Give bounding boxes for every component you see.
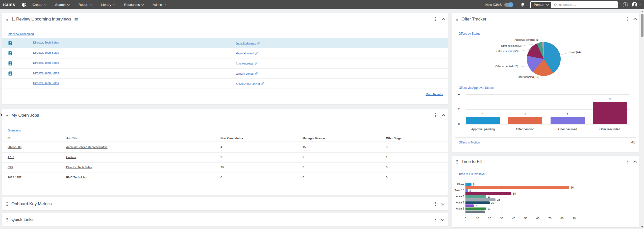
widget-menu-icon[interactable] <box>435 218 436 222</box>
table-row[interactable]: Director, Tech SalesjO8XkU eGHJhN6r <box>2 78 448 89</box>
table-row[interactable]: Director, Tech SalesWilliam Jones <box>2 68 448 79</box>
divider <box>2 141 448 141</box>
interview-job-link[interactable]: Director, Tech Sales <box>33 61 59 64</box>
more-results-link[interactable]: More Results <box>426 93 443 96</box>
job-title-link[interactable]: Director, Tech Sales <box>66 166 92 169</box>
widget-menu-icon[interactable] <box>627 17 628 21</box>
help-icon[interactable]: ? <box>623 2 628 7</box>
widget-review-upcoming-interviews: 1. Review Upcoming Interviews Interview … <box>2 13 448 104</box>
x-axis-tick: 0 <box>462 217 469 220</box>
user-menu-chevron-icon[interactable] <box>639 3 641 6</box>
column-header: Offer Stage <box>386 137 402 140</box>
user-avatar-icon[interactable] <box>632 2 637 7</box>
job-cell-value: 0 <box>303 176 304 179</box>
interview-scheduled-link[interactable]: Interview Scheduled <box>8 32 34 35</box>
job-id-link[interactable]: 2020-1000 <box>8 145 21 149</box>
widget-menu-icon[interactable] <box>435 202 436 206</box>
x-axis-category-label: Offer declined <box>547 128 588 131</box>
search-scope-label: Person <box>534 3 544 7</box>
collapse-chevron-icon[interactable] <box>442 18 445 22</box>
quick-search-input[interactable] <box>551 2 617 8</box>
job-id-link[interactable]: C75 <box>8 166 13 169</box>
new-icims-toggle[interactable] <box>504 3 513 7</box>
bar <box>593 102 627 124</box>
notifications-bell-icon[interactable] <box>521 3 525 7</box>
scrollbar-up-arrow-icon[interactable] <box>641 11 643 12</box>
bar-value-label: 1 <box>508 113 542 116</box>
interview-person-link[interactable]: jO8XkU eGHJhN6r <box>236 81 264 85</box>
interview-job-link[interactable]: Director, Tech Sales <box>33 71 59 74</box>
y-axis-category-label: Area 10 <box>452 189 464 192</box>
table-row[interactable]: C75Director, Tech Sales2980 <box>2 162 448 173</box>
time-to-fill-by-days-link[interactable]: Time to Fill (by days) <box>459 172 485 175</box>
menu-label: Report <box>79 3 88 7</box>
scrollbar-down-arrow-icon[interactable] <box>641 226 643 228</box>
gridline <box>574 181 574 216</box>
interview-person-link[interactable]: Judy Rodriguez <box>236 41 260 45</box>
icims-logo[interactable]: icims <box>3 2 15 7</box>
widget-menu-icon[interactable] <box>435 17 436 21</box>
job-id-link[interactable]: 1757 <box>8 156 14 159</box>
bar-value-label: 20 <box>491 201 494 204</box>
menu-label: Resources <box>124 3 140 7</box>
table-row[interactable]: 1757Cashier921 <box>2 152 448 163</box>
menu-resources[interactable]: Resources <box>124 3 143 7</box>
bar <box>465 204 474 207</box>
scrollbar-thumb[interactable] <box>641 14 643 37</box>
job-cell-value: 4 <box>220 145 222 149</box>
menu-create[interactable]: Create <box>33 3 46 7</box>
job-title-link[interactable]: Account Service Representative <box>66 145 108 149</box>
collapse-chevron-icon[interactable] <box>633 18 637 22</box>
interview-job-link[interactable]: Director, Tech Sales <box>33 41 59 44</box>
job-cell-value: 2 <box>303 156 304 159</box>
job-cell-value: 9 <box>220 156 222 159</box>
interview-job-link[interactable]: Director, Tech Sales <box>33 81 59 85</box>
chevron-down-icon <box>546 3 549 6</box>
table-row[interactable]: Director, Tech SalesHarry Howard <box>2 48 448 58</box>
job-title-link[interactable]: Cashier <box>66 156 76 159</box>
column-header: New Candidates <box>220 137 243 140</box>
search-scope-dropdown[interactable]: Person <box>531 2 551 8</box>
collapse-chevron-icon[interactable] <box>633 160 637 164</box>
table-row[interactable]: 2023-1757EMC Technician000 <box>2 173 448 183</box>
toggle-knob[interactable] <box>508 2 513 7</box>
menu-library[interactable]: Library <box>101 3 115 7</box>
widget-title: Quick Links <box>11 217 34 222</box>
offers-via-approval-status-link[interactable]: Offers via Approval Status <box>459 86 494 90</box>
widget-menu-icon[interactable] <box>627 160 628 164</box>
interview-job-link[interactable]: Director, Tech Sales <box>33 51 59 54</box>
job-title-link[interactable]: EMC Technician <box>66 176 87 179</box>
drag-handle-icon[interactable] <box>456 17 458 21</box>
drag-handle-icon[interactable] <box>6 202 8 206</box>
table-row[interactable]: Director, Tech SalesAmy Andrews <box>2 58 448 69</box>
widget-title: Time to Fill <box>461 159 482 164</box>
table-row[interactable]: 2020-1000Account Service Representative4… <box>2 142 448 153</box>
person-document-icon[interactable] <box>8 41 12 46</box>
vertical-scrollbar[interactable] <box>640 9 644 229</box>
divider <box>455 137 636 138</box>
job-id-link[interactable]: 2023-1757 <box>8 176 21 179</box>
person-document-icon[interactable] <box>8 51 12 56</box>
job-cell-value: 0 <box>220 176 222 179</box>
drag-handle-icon[interactable] <box>6 218 8 222</box>
widget-title: Onboard Key Metrics <box>11 201 52 206</box>
table-row[interactable]: Director, Tech SalesJudy Rodriguez <box>2 38 448 48</box>
menu-admin[interactable]: Admin <box>153 3 165 7</box>
interview-person-link[interactable]: William Jones <box>236 71 258 75</box>
collapse-chevron-icon[interactable] <box>441 202 444 205</box>
offers-in-motion-link[interactable]: Offers in Motion <box>459 141 480 144</box>
panel-expand-chevron-icon[interactable]: ❯ <box>0 113 2 116</box>
menu-search[interactable]: Search <box>55 3 69 7</box>
interview-person-link[interactable]: Amy Andrews <box>236 61 258 65</box>
person-document-icon[interactable] <box>8 71 12 77</box>
drag-handle-icon[interactable] <box>6 17 8 21</box>
offers-by-status-link[interactable]: Offers by Status <box>459 32 480 35</box>
collapse-chevron-icon[interactable] <box>441 218 444 221</box>
menu-report[interactable]: Report <box>79 3 92 7</box>
y-axis-tick: 4 <box>458 93 460 96</box>
interview-person-link[interactable]: Harry Howard <box>236 51 258 55</box>
icims-logo-mark-icon[interactable] <box>22 3 26 7</box>
person-document-icon[interactable] <box>8 61 12 67</box>
x-axis-category-label: Approval pending <box>463 128 504 131</box>
drag-handle-icon[interactable] <box>456 160 458 164</box>
